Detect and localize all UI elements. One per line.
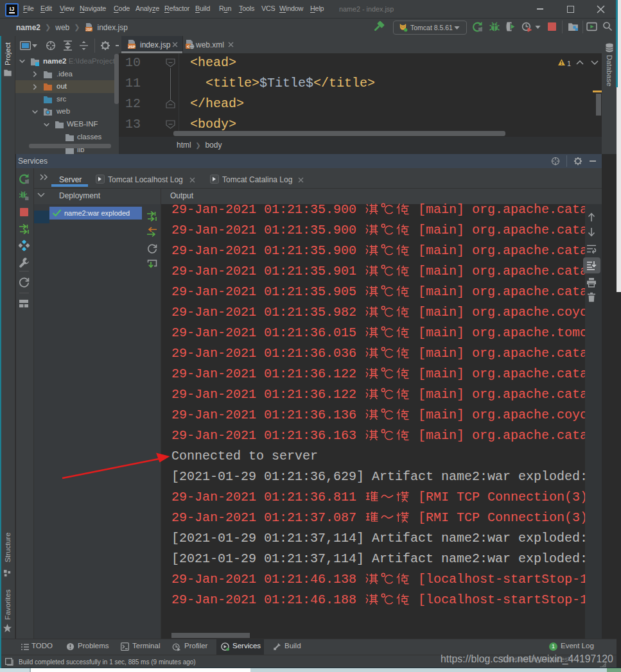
svg-text:<: < [187,44,189,49]
svg-text:JSP: JSP [128,45,135,49]
svg-text:JSP: JSP [86,28,92,31]
